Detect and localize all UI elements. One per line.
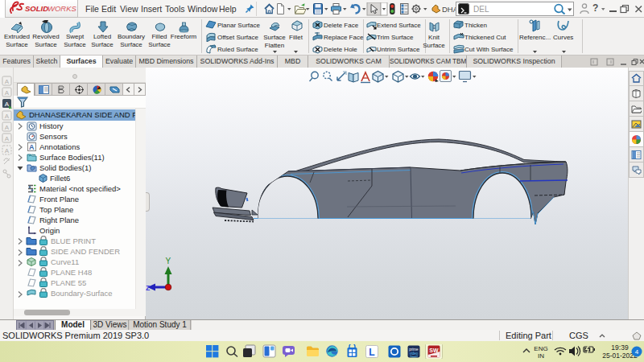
svg-text:A: A xyxy=(5,89,10,97)
svg-text:19:39: 19:39 xyxy=(611,343,629,352)
svg-text:A: A xyxy=(5,135,10,142)
svg-text:A: A xyxy=(5,147,10,154)
svg-text:WORKS: WORKS xyxy=(47,4,77,13)
svg-text:A: A xyxy=(29,143,35,151)
svg-text:L: L xyxy=(369,347,374,358)
svg-text:A: A xyxy=(5,113,10,120)
svg-text:ENG: ENG xyxy=(534,345,547,352)
svg-text:A: A xyxy=(5,101,10,108)
svg-text:A: A xyxy=(5,78,10,85)
svg-text:IN: IN xyxy=(538,352,544,360)
svg-text:A: A xyxy=(5,124,10,131)
svg-text:4: 4 xyxy=(635,348,639,356)
svg-text:SOLID: SOLID xyxy=(25,4,48,13)
svg-text:Z: Z xyxy=(146,285,150,293)
svg-text:SW: SW xyxy=(429,348,439,353)
svg-text:video: video xyxy=(410,352,419,356)
svg-text:Y: Y xyxy=(166,257,171,265)
